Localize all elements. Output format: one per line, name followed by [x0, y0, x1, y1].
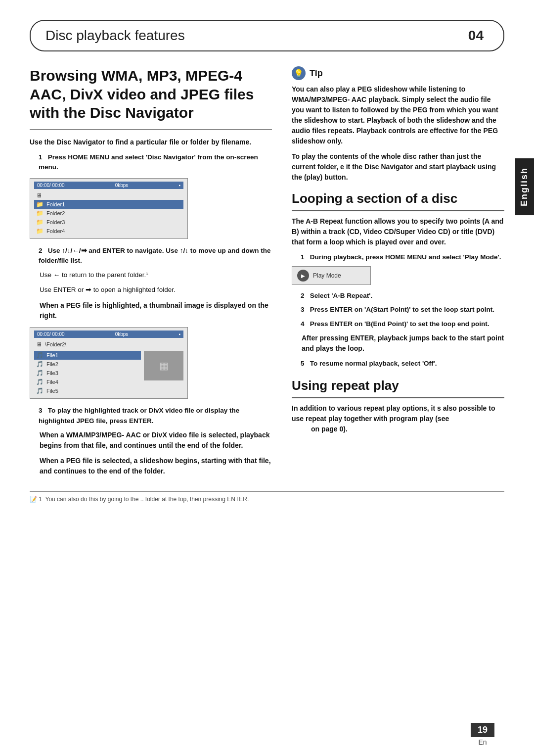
repeat-heading: Using repeat play — [292, 378, 504, 398]
chapter-number: 04 — [463, 26, 489, 46]
tip-icon: 💡 — [292, 66, 306, 80]
main-heading-line2: AAC, DivX video and JPEG files — [30, 86, 254, 102]
note-icon: 📝 — [30, 496, 37, 503]
ss2-size: 0kbps — [115, 331, 129, 337]
loop-step5: 5 To resume normal playback, select 'Off… — [292, 359, 504, 369]
loop-step4-number: 4 — [301, 320, 305, 328]
step3-text: To play the highlighted track or DivX vi… — [39, 407, 239, 424]
bottom-note: 📝 1 You can also do this by going to the… — [30, 491, 504, 503]
ss1-topbar: 00:00/ 00:00 0kbps ▪ — [34, 182, 183, 189]
looping-intro: The A-B Repeat function allows you to sp… — [292, 216, 504, 247]
page-number: 19 — [471, 723, 494, 737]
ss2-folder-path: 🖥 \Folder2\ — [34, 340, 183, 349]
tip-box: 💡 Tip You can also play a PEG slideshow … — [292, 66, 504, 183]
ss2-file1-label: File1 — [46, 352, 58, 358]
ss1-folder1-icon: 📁 — [36, 201, 44, 208]
ss1-folder2-icon: 📁 — [36, 210, 44, 217]
step2: 2 Use ↑/↓/←/➡ and ENTER to navigate. Use… — [30, 246, 272, 266]
loop-step4-after: After pressing ENTER, playback jumps bac… — [292, 333, 504, 354]
ss1-time: 00:00/ 00:00 — [37, 183, 65, 188]
step3-sub2: When a PEG file is selected, a slideshow… — [30, 456, 272, 476]
ss1-folder2: 📁 Folder2 — [34, 209, 183, 218]
main-content: Browsing WMA, MP3, MPEG-4 AAC, DivX vide… — [30, 66, 504, 481]
tip-header: 💡 Tip — [292, 66, 504, 80]
ss2-file2-label: File2 — [46, 361, 58, 367]
ss2-file-list: 🎵 File1 🎵 File2 🎵 File3 🎵 — [34, 351, 141, 395]
heading-divider — [30, 129, 272, 130]
loop-step3: 3 Press ENTER on 'A(Start Point)' to set… — [292, 305, 504, 315]
step2-sub3: When a PEG file is highlighted, a thumbn… — [30, 300, 272, 321]
ss1-icon: ▪ — [178, 183, 180, 188]
ss2-file1-icon: 🎵 — [36, 352, 44, 359]
ss2-folder-label: \Folder2\ — [45, 341, 66, 347]
note-number: 1 — [39, 496, 42, 503]
ss2-right-panel: 🎵 File1 🎵 File2 🎵 File3 🎵 — [34, 351, 183, 395]
chapter-header: Disc playback features 04 — [30, 20, 504, 51]
looping-heading: Looping a section of a disc — [292, 190, 504, 211]
page-number-area: 19 En — [471, 723, 494, 746]
loop-step2-number: 2 — [301, 292, 305, 299]
tip-para1: You can also play a PEG slideshow while … — [292, 84, 504, 146]
left-column: Browsing WMA, MP3, MPEG-4 AAC, DivX vide… — [30, 66, 272, 481]
ss2-file4-label: File4 — [46, 379, 58, 385]
ss2-file3-icon: 🎵 — [36, 370, 44, 377]
loop-step1: 1 During playback, press HOME MENU and s… — [292, 252, 504, 262]
step2-sub2: Use ENTER or ➡ to open a highlighted fol… — [30, 285, 272, 295]
ss2-time: 00:00/ 00:00 — [37, 331, 65, 337]
ss2-file1: 🎵 File1 — [34, 351, 141, 360]
ss1-folder3: 📁 Folder3 — [34, 218, 183, 227]
ss1-root: 🖥 — [34, 191, 183, 200]
ss1-folder4: 📁 Folder4 — [34, 227, 183, 236]
play-mode-icon: ▶ — [297, 270, 309, 282]
ss2-file4-icon: 🎵 — [36, 378, 44, 385]
main-heading-line3: with the Disc Navigator — [30, 104, 194, 121]
loop-step4-text: Press ENTER on 'B(End Point)' to set the… — [310, 320, 490, 328]
ss2-file3: 🎵 File3 — [34, 369, 141, 378]
ss2-file5-icon: 🎵 — [36, 387, 44, 394]
main-heading-line1: Browsing WMA, MP3, MPEG-4 — [30, 67, 242, 84]
step1-text: Press HOME MENU and select 'Disc Navigat… — [39, 153, 258, 171]
step3: 3 To play the highlighted track or DivX … — [30, 406, 272, 426]
loop-step5-text: To resume normal playback, select 'Off'. — [310, 360, 437, 367]
ss1-folder1-label: Folder1 — [46, 201, 65, 207]
ss2-file5-label: File5 — [46, 388, 58, 394]
loop-step1-number: 1 — [301, 253, 305, 261]
page-wrapper: Disc playback features 04 English Browsi… — [0, 0, 534, 756]
loop-step2-text: Select 'A-B Repeat'. — [310, 292, 372, 299]
ss2-file2: 🎵 File2 — [34, 360, 141, 369]
ss2-thumbnail: ▦ — [144, 351, 183, 380]
step1-number: 1 — [39, 153, 43, 161]
intro-bold: Use the Disc Navigator to find a particu… — [30, 137, 272, 147]
ss2-file5: 🎵 File5 — [34, 386, 141, 395]
ss1-root-icon: 🖥 — [36, 192, 42, 199]
ss2-thumb-placeholder: ▦ — [159, 360, 169, 372]
loop-step2: 2 Select 'A-B Repeat'. — [292, 291, 504, 301]
ss2-icon: ▪ — [178, 331, 180, 337]
tip-para2: To play the contents of the whole disc r… — [292, 151, 504, 183]
loop-step5-number: 5 — [301, 360, 305, 367]
chapter-title: Disc playback features — [45, 28, 185, 44]
ss1-folder4-label: Folder4 — [46, 228, 65, 234]
step1: 1 Press HOME MENU and select 'Disc Navig… — [30, 152, 272, 173]
ss1-folder2-label: Folder2 — [46, 210, 65, 216]
loop-step3-text: Press ENTER on 'A(Start Point)' to set t… — [310, 306, 494, 313]
step3-number: 3 — [39, 407, 43, 414]
ss1-folder3-label: Folder3 — [46, 219, 65, 225]
step2-sub1: Use ← to return to the parent folder.¹ — [30, 270, 272, 281]
step3-sub1: When a WMA/MP3/MPEG- AAC or DivX video f… — [30, 430, 272, 451]
ss1-folder1: 📁 Folder1 — [34, 200, 183, 209]
play-mode-label: Play Mode — [313, 272, 341, 279]
ss2-file4: 🎵 File4 — [34, 378, 141, 386]
ss2-file3-label: File3 — [46, 370, 58, 376]
loop-step1-text: During playback, press HOME MENU and sel… — [310, 253, 501, 261]
ss1-folder3-icon: 📁 — [36, 219, 44, 226]
main-heading: Browsing WMA, MP3, MPEG-4 AAC, DivX vide… — [30, 66, 272, 122]
repeat-para: In addition to various repeat play optio… — [292, 403, 504, 434]
english-tab: English — [515, 158, 534, 215]
loop-step4: 4 Press ENTER on 'B(End Point)' to set t… — [292, 319, 504, 329]
right-column: 💡 Tip You can also play a PEG slideshow … — [292, 66, 504, 481]
tip-label: Tip — [310, 68, 323, 79]
ss1-size: 0kbps — [115, 183, 129, 188]
ss1-folder4-icon: 📁 — [36, 228, 44, 235]
loop-step3-number: 3 — [301, 306, 305, 313]
